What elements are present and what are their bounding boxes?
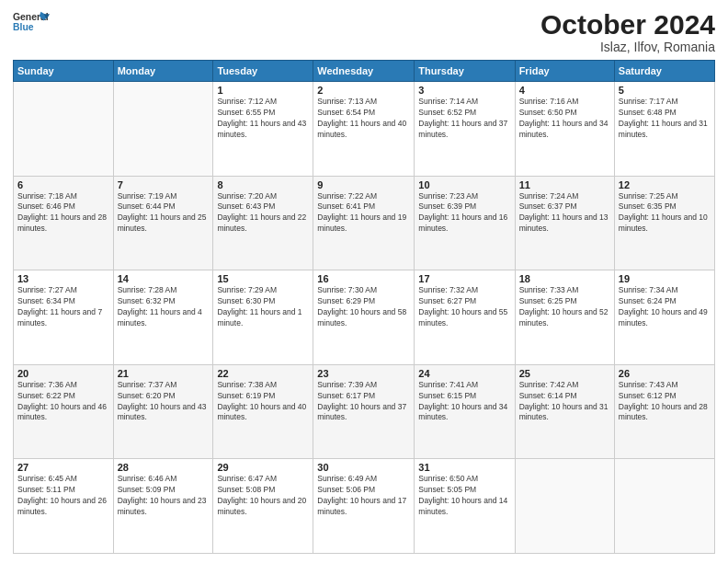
day-number: 11	[519, 179, 610, 190]
header-cell-tuesday: Tuesday	[213, 61, 313, 82]
day-number: 12	[619, 179, 711, 190]
day-info: Sunrise: 7:27 AMSunset: 6:34 PMDaylight:…	[17, 285, 109, 329]
week-row-2: 6Sunrise: 7:18 AMSunset: 6:46 PMDaylight…	[14, 176, 715, 270]
day-info: Sunrise: 7:12 AMSunset: 6:55 PMDaylight:…	[217, 97, 309, 141]
day-number: 5	[619, 85, 711, 96]
calendar-cell: 5Sunrise: 7:17 AMSunset: 6:48 PMDaylight…	[614, 82, 714, 177]
week-row-3: 13Sunrise: 7:27 AMSunset: 6:34 PMDayligh…	[14, 270, 715, 365]
calendar-cell: 13Sunrise: 7:27 AMSunset: 6:34 PMDayligh…	[14, 270, 114, 365]
calendar-cell: 6Sunrise: 7:18 AMSunset: 6:46 PMDaylight…	[14, 176, 114, 270]
header-cell-wednesday: Wednesday	[313, 61, 415, 82]
calendar-cell: 29Sunrise: 6:47 AMSunset: 5:08 PMDayligh…	[213, 459, 313, 554]
week-row-4: 20Sunrise: 7:36 AMSunset: 6:22 PMDayligh…	[14, 364, 715, 459]
calendar-cell	[515, 459, 614, 554]
day-info: Sunrise: 7:20 AMSunset: 6:43 PMDaylight:…	[217, 191, 309, 236]
day-info: Sunrise: 7:33 AMSunset: 6:25 PMDaylight:…	[519, 285, 610, 329]
day-number: 31	[418, 462, 510, 473]
day-number: 9	[317, 179, 410, 190]
page-title: October 2024	[540, 9, 715, 40]
header-cell-saturday: Saturday	[614, 61, 714, 82]
day-info: Sunrise: 7:22 AMSunset: 6:41 PMDaylight:…	[317, 191, 410, 236]
day-info: Sunrise: 6:45 AMSunset: 5:11 PMDaylight:…	[17, 474, 109, 518]
day-number: 28	[118, 462, 210, 473]
day-number: 26	[619, 368, 711, 379]
calendar-cell: 21Sunrise: 7:37 AMSunset: 6:20 PMDayligh…	[113, 364, 213, 459]
day-info: Sunrise: 7:29 AMSunset: 6:30 PMDaylight:…	[217, 285, 309, 329]
calendar-cell: 25Sunrise: 7:42 AMSunset: 6:14 PMDayligh…	[515, 364, 614, 459]
calendar-cell: 26Sunrise: 7:43 AMSunset: 6:12 PMDayligh…	[614, 364, 714, 459]
day-info: Sunrise: 7:43 AMSunset: 6:12 PMDaylight:…	[619, 380, 711, 424]
day-info: Sunrise: 6:50 AMSunset: 5:05 PMDaylight:…	[418, 474, 510, 518]
day-number: 23	[317, 368, 410, 379]
calendar-cell: 11Sunrise: 7:24 AMSunset: 6:37 PMDayligh…	[515, 176, 614, 270]
day-info: Sunrise: 7:25 AMSunset: 6:35 PMDaylight:…	[619, 191, 711, 236]
day-info: Sunrise: 7:37 AMSunset: 6:20 PMDaylight:…	[118, 380, 210, 424]
calendar-cell: 9Sunrise: 7:22 AMSunset: 6:41 PMDaylight…	[313, 176, 415, 270]
day-info: Sunrise: 7:42 AMSunset: 6:14 PMDaylight:…	[519, 380, 610, 424]
calendar-cell: 30Sunrise: 6:49 AMSunset: 5:06 PMDayligh…	[313, 459, 415, 554]
header-cell-sunday: Sunday	[14, 61, 114, 82]
day-info: Sunrise: 6:46 AMSunset: 5:09 PMDaylight:…	[118, 474, 210, 518]
day-info: Sunrise: 7:30 AMSunset: 6:29 PMDaylight:…	[317, 285, 410, 329]
day-number: 18	[519, 273, 610, 284]
title-block: October 2024 Islaz, Ilfov, Romania	[540, 9, 715, 54]
week-row-5: 27Sunrise: 6:45 AMSunset: 5:11 PMDayligh…	[14, 459, 715, 554]
calendar-cell: 10Sunrise: 7:23 AMSunset: 6:39 PMDayligh…	[415, 176, 515, 270]
calendar-cell: 4Sunrise: 7:16 AMSunset: 6:50 PMDaylight…	[515, 82, 614, 177]
day-number: 14	[118, 273, 210, 284]
day-info: Sunrise: 7:16 AMSunset: 6:50 PMDaylight:…	[519, 97, 610, 141]
calendar-cell	[614, 459, 714, 554]
day-number: 16	[317, 273, 410, 284]
day-number: 19	[619, 273, 711, 284]
day-info: Sunrise: 7:39 AMSunset: 6:17 PMDaylight:…	[317, 380, 410, 424]
day-info: Sunrise: 7:14 AMSunset: 6:52 PMDaylight:…	[418, 97, 510, 141]
day-number: 21	[118, 368, 210, 379]
calendar-cell: 1Sunrise: 7:12 AMSunset: 6:55 PMDaylight…	[213, 82, 313, 177]
day-info: Sunrise: 7:24 AMSunset: 6:37 PMDaylight:…	[519, 191, 610, 236]
calendar-cell: 22Sunrise: 7:38 AMSunset: 6:19 PMDayligh…	[213, 364, 313, 459]
day-info: Sunrise: 7:19 AMSunset: 6:44 PMDaylight:…	[118, 191, 210, 236]
calendar-cell: 3Sunrise: 7:14 AMSunset: 6:52 PMDaylight…	[415, 82, 515, 177]
day-info: Sunrise: 7:23 AMSunset: 6:39 PMDaylight:…	[418, 191, 510, 236]
day-number: 4	[519, 85, 610, 96]
calendar-cell: 7Sunrise: 7:19 AMSunset: 6:44 PMDaylight…	[113, 176, 213, 270]
day-info: Sunrise: 7:36 AMSunset: 6:22 PMDaylight:…	[17, 380, 109, 424]
day-info: Sunrise: 7:28 AMSunset: 6:32 PMDaylight:…	[118, 285, 210, 329]
day-number: 17	[418, 273, 510, 284]
calendar-cell: 20Sunrise: 7:36 AMSunset: 6:22 PMDayligh…	[14, 364, 114, 459]
logo: General Blue	[13, 9, 50, 35]
calendar-cell: 31Sunrise: 6:50 AMSunset: 5:05 PMDayligh…	[415, 459, 515, 554]
day-info: Sunrise: 7:32 AMSunset: 6:27 PMDaylight:…	[418, 285, 510, 329]
day-info: Sunrise: 6:47 AMSunset: 5:08 PMDaylight:…	[217, 474, 309, 518]
day-info: Sunrise: 6:49 AMSunset: 5:06 PMDaylight:…	[317, 474, 410, 518]
logo-svg: General Blue	[13, 9, 50, 35]
calendar-cell: 27Sunrise: 6:45 AMSunset: 5:11 PMDayligh…	[14, 459, 114, 554]
day-number: 15	[217, 273, 309, 284]
day-info: Sunrise: 7:38 AMSunset: 6:19 PMDaylight:…	[217, 380, 309, 424]
page-subtitle: Islaz, Ilfov, Romania	[540, 40, 715, 54]
calendar-cell: 24Sunrise: 7:41 AMSunset: 6:15 PMDayligh…	[415, 364, 515, 459]
header-cell-friday: Friday	[515, 61, 614, 82]
day-info: Sunrise: 7:17 AMSunset: 6:48 PMDaylight:…	[619, 97, 711, 141]
header-cell-thursday: Thursday	[415, 61, 515, 82]
calendar-cell: 17Sunrise: 7:32 AMSunset: 6:27 PMDayligh…	[415, 270, 515, 365]
svg-text:Blue: Blue	[13, 22, 34, 32]
day-number: 3	[418, 85, 510, 96]
day-info: Sunrise: 7:13 AMSunset: 6:54 PMDaylight:…	[317, 97, 410, 141]
week-row-1: 1Sunrise: 7:12 AMSunset: 6:55 PMDaylight…	[14, 82, 715, 177]
calendar-cell: 23Sunrise: 7:39 AMSunset: 6:17 PMDayligh…	[313, 364, 415, 459]
calendar-cell: 18Sunrise: 7:33 AMSunset: 6:25 PMDayligh…	[515, 270, 614, 365]
day-number: 6	[17, 179, 109, 190]
header-row: SundayMondayTuesdayWednesdayThursdayFrid…	[14, 61, 715, 82]
calendar-cell: 15Sunrise: 7:29 AMSunset: 6:30 PMDayligh…	[213, 270, 313, 365]
calendar-cell: 19Sunrise: 7:34 AMSunset: 6:24 PMDayligh…	[614, 270, 714, 365]
day-number: 30	[317, 462, 410, 473]
calendar-table: SundayMondayTuesdayWednesdayThursdayFrid…	[13, 60, 715, 554]
day-number: 29	[217, 462, 309, 473]
header: General Blue October 2024 Islaz, Ilfov, …	[13, 9, 715, 54]
day-info: Sunrise: 7:34 AMSunset: 6:24 PMDaylight:…	[619, 285, 711, 329]
day-number: 10	[418, 179, 510, 190]
calendar-cell: 16Sunrise: 7:30 AMSunset: 6:29 PMDayligh…	[313, 270, 415, 365]
calendar-cell: 28Sunrise: 6:46 AMSunset: 5:09 PMDayligh…	[113, 459, 213, 554]
day-info: Sunrise: 7:41 AMSunset: 6:15 PMDaylight:…	[418, 380, 510, 424]
